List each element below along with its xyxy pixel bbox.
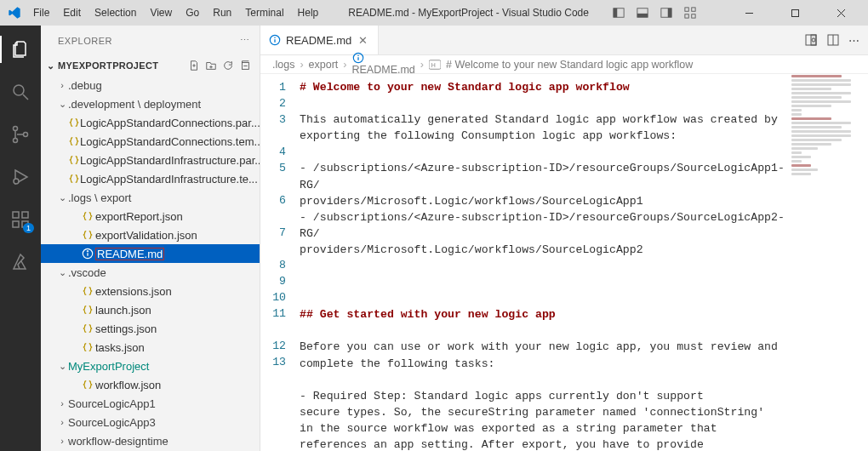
svg-point-16 bbox=[14, 127, 18, 131]
file-label: exportValidation.json bbox=[95, 229, 197, 242]
svg-line-15 bbox=[23, 94, 28, 100]
menu-edit[interactable]: Edit bbox=[57, 3, 87, 22]
tree-file[interactable]: README.md bbox=[41, 244, 260, 263]
menu-file[interactable]: File bbox=[27, 3, 55, 22]
open-preview-icon[interactable] bbox=[804, 33, 818, 47]
menu-help[interactable]: Help bbox=[292, 3, 325, 22]
tree-folder[interactable]: ⌄.vscode bbox=[41, 263, 260, 282]
refresh-icon[interactable] bbox=[220, 58, 236, 73]
tree-file[interactable]: workflow.json bbox=[41, 375, 260, 394]
svg-rect-24 bbox=[22, 212, 28, 218]
svg-rect-6 bbox=[685, 8, 688, 11]
chevron-icon: › bbox=[56, 436, 68, 446]
tree-file[interactable]: LogicAppStandardConnections.tem... bbox=[41, 132, 260, 151]
collapse-all-icon[interactable] bbox=[237, 58, 253, 73]
minimap[interactable] bbox=[791, 75, 858, 175]
json-icon bbox=[80, 210, 95, 222]
folder-label: .debug bbox=[68, 79, 102, 92]
more-actions-icon[interactable]: ⋯ bbox=[848, 34, 859, 47]
menu-go[interactable]: Go bbox=[180, 3, 205, 22]
svg-point-17 bbox=[14, 139, 18, 143]
project-name: MYEXPORTPROJECT bbox=[58, 60, 158, 71]
tree-file[interactable]: exportReport.json bbox=[41, 207, 260, 226]
tree-file[interactable]: LogicAppStandardInfrastructure.par... bbox=[41, 151, 260, 169]
svg-rect-21 bbox=[13, 212, 19, 218]
activity-bar: 1 bbox=[0, 26, 41, 451]
tree-file[interactable]: LogicAppStandardInfrastructure.te... bbox=[41, 169, 260, 188]
explorer-activity-icon[interactable] bbox=[0, 32, 41, 66]
menu-terminal[interactable]: Terminal bbox=[239, 3, 289, 22]
tab-close-icon[interactable]: ✕ bbox=[357, 34, 369, 47]
svg-point-36 bbox=[274, 37, 276, 38]
menu-view[interactable]: View bbox=[144, 3, 178, 22]
tree-folder[interactable]: ⌄.logs \ export bbox=[41, 188, 260, 207]
menu-bar: FileEditSelectionViewGoRunTerminalHelp bbox=[27, 3, 324, 22]
explorer-sidebar: EXPLORER ⋯ ⌄ MYEXPORTPROJECT ›.debug⌄.de… bbox=[41, 26, 260, 451]
project-header[interactable]: ⌄ MYEXPORTPROJECT bbox=[41, 55, 260, 76]
breadcrumb-segment[interactable]: README.md bbox=[352, 52, 415, 77]
folder-label: SourceLogicApp1 bbox=[68, 397, 156, 410]
azure-activity-icon[interactable] bbox=[0, 245, 41, 279]
menu-selection[interactable]: Selection bbox=[89, 3, 142, 22]
source-control-activity-icon[interactable] bbox=[0, 117, 41, 151]
code-line bbox=[300, 290, 800, 306]
tree-file[interactable]: exportValidation.json bbox=[41, 226, 260, 244]
svg-rect-7 bbox=[692, 8, 695, 11]
close-button[interactable] bbox=[824, 1, 858, 25]
file-label: launch.json bbox=[95, 304, 151, 317]
tree-file[interactable]: tasks.json bbox=[41, 338, 260, 357]
breadcrumb-segment[interactable]: export bbox=[309, 59, 339, 71]
breadcrumb-segment[interactable]: .logs bbox=[272, 59, 294, 71]
code-line: - /subscriptions/<Azure-subscription-ID>… bbox=[300, 160, 800, 192]
json-icon bbox=[68, 117, 80, 128]
folder-label: workflow-designtime bbox=[68, 435, 168, 448]
extensions-badge: 1 bbox=[23, 223, 34, 233]
search-activity-icon[interactable] bbox=[0, 75, 41, 109]
folder-label: MyExportProject bbox=[68, 360, 149, 373]
layout-panel-icon[interactable] bbox=[637, 7, 648, 19]
tree-file[interactable]: LogicAppStandardConnections.par... bbox=[41, 113, 260, 132]
chevron-icon: ⌄ bbox=[56, 361, 68, 372]
code-line: # Welcome to your new Standard logic app… bbox=[300, 79, 800, 95]
tree-file[interactable]: settings.json bbox=[41, 319, 260, 338]
tree-folder[interactable]: ⌄MyExportProject bbox=[41, 357, 260, 375]
tree-folder[interactable]: ›SourceLogicApp3 bbox=[41, 413, 260, 431]
layout-customize-icon[interactable] bbox=[684, 7, 696, 19]
tree-folder[interactable]: ›.debug bbox=[41, 76, 260, 94]
new-file-icon[interactable] bbox=[186, 58, 202, 73]
svg-point-44 bbox=[357, 55, 359, 57]
tab-readme[interactable]: README.md ✕ bbox=[260, 26, 379, 54]
menu-run[interactable]: Run bbox=[207, 3, 237, 22]
minimize-button[interactable] bbox=[732, 1, 766, 25]
maximize-button[interactable] bbox=[778, 1, 812, 25]
breadcrumb[interactable]: .logs›export› README.md›H # Welcome to y… bbox=[260, 55, 868, 74]
file-label: LogicAppStandardConnections.par... bbox=[80, 117, 260, 129]
svg-point-33 bbox=[87, 250, 89, 252]
split-editor-icon[interactable] bbox=[826, 33, 840, 47]
code-line bbox=[300, 258, 800, 274]
tree-file[interactable]: extensions.json bbox=[41, 282, 260, 300]
layout-secondary-icon[interactable] bbox=[660, 7, 672, 19]
breadcrumb-heading[interactable]: # Welcome to your new Standard logic app… bbox=[446, 59, 693, 71]
code-line bbox=[300, 144, 800, 160]
chevron-down-icon: ⌄ bbox=[44, 60, 58, 71]
layout-primary-icon[interactable] bbox=[613, 7, 625, 19]
code-line: secure types. So, the secureString param… bbox=[300, 404, 800, 420]
folder-label: .vscode bbox=[68, 266, 106, 279]
svg-rect-9 bbox=[692, 14, 695, 18]
code-line: providers/Microsoft.Logic/workflows/Sour… bbox=[300, 193, 800, 209]
explorer-more-icon[interactable]: ⋯ bbox=[240, 35, 250, 46]
chevron-icon: ⌄ bbox=[56, 267, 68, 278]
tree-folder[interactable]: ⌄.development \ deployment bbox=[41, 94, 260, 113]
code-content[interactable]: # Welcome to your new Standard logic app… bbox=[294, 74, 868, 451]
tree-folder[interactable]: ›workflow-designtime bbox=[41, 431, 260, 450]
new-folder-icon[interactable] bbox=[203, 58, 219, 73]
extensions-activity-icon[interactable]: 1 bbox=[0, 203, 41, 237]
run-debug-activity-icon[interactable] bbox=[0, 160, 41, 194]
chevron-icon: › bbox=[56, 80, 68, 90]
chevron-icon: › bbox=[56, 398, 68, 408]
tree-file[interactable]: launch.json bbox=[41, 300, 260, 319]
svg-rect-1 bbox=[614, 9, 617, 18]
file-label: settings.json bbox=[95, 323, 157, 335]
tree-folder[interactable]: ›SourceLogicApp1 bbox=[41, 394, 260, 413]
